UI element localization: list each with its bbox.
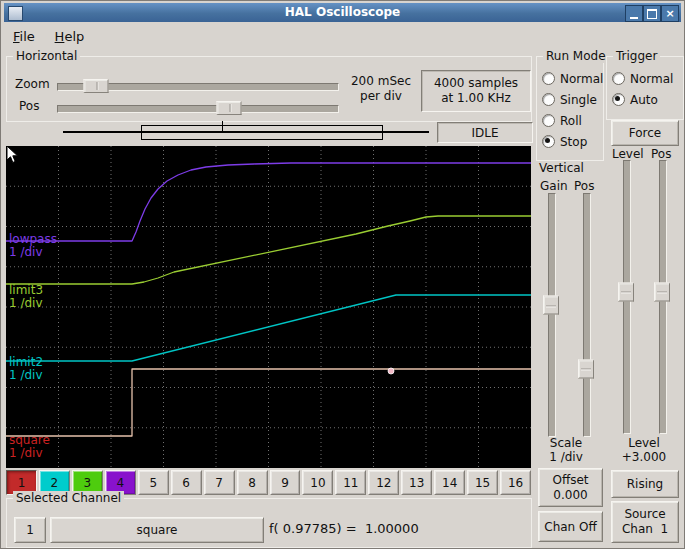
samples-rate: at 1.00 KHz [441, 91, 511, 106]
radio-option-label: Auto [630, 93, 658, 107]
samples-info-box[interactable]: 4000 samples at 1.00 KHz [421, 70, 531, 112]
selected-channel-group: Selected Channel 1 square f( 0.97785) = … [6, 498, 532, 548]
timescale-value: 200 mSec [343, 74, 419, 89]
maximize-icon [647, 9, 657, 19]
mouse-cursor [6, 146, 19, 164]
radio-option-roll[interactable]: Roll [537, 110, 603, 131]
trigger-pos-slider-handle[interactable] [654, 282, 670, 301]
trigger-group-label: Trigger [613, 49, 660, 63]
scale-caption: Scale [534, 436, 598, 450]
trigger-options: NormalAuto [607, 68, 683, 110]
titlebar[interactable]: HAL Oscilloscope × [4, 3, 681, 22]
channel-button-6[interactable]: 6 [171, 470, 202, 495]
trigger-pos-slider[interactable] [655, 160, 669, 434]
radio-option-label: Stop [560, 135, 587, 149]
trigger-level-readout: Level +3.000 [607, 436, 681, 464]
channel-button-13[interactable]: 13 [401, 470, 432, 495]
scope-display[interactable]: lowpass1 /divlimit31 /divlimit21 /divsqu… [6, 146, 531, 468]
selected-channel-name-button[interactable]: square [50, 517, 264, 543]
record-window-box[interactable] [141, 125, 383, 140]
trigger-source-value: Chan 1 [622, 522, 668, 537]
horizontal-group-label: Horizontal [13, 49, 80, 63]
vertical-pos-slider-handle[interactable] [578, 359, 594, 378]
channel-button-7[interactable]: 7 [204, 470, 235, 495]
radio-option-auto[interactable]: Auto [607, 89, 683, 110]
window-title: HAL Oscilloscope [4, 5, 681, 19]
channel-button-15[interactable]: 15 [467, 470, 498, 495]
channel-button-10[interactable]: 10 [302, 470, 333, 495]
timescale-unit: per div [343, 89, 419, 104]
record-position-tick [222, 121, 223, 132]
radio-icon[interactable] [542, 93, 555, 106]
pos-label: Pos [19, 99, 39, 113]
channel-button-16[interactable]: 16 [500, 470, 531, 495]
trace-label-limit2: limit21 /div [9, 356, 43, 382]
trace-label-lowpass: lowpass1 /div [9, 233, 57, 259]
selected-channel-number-button[interactable]: 1 [14, 517, 46, 543]
radio-icon[interactable] [542, 135, 555, 148]
radio-icon[interactable] [542, 114, 555, 127]
menu-help[interactable]: Help [47, 25, 93, 48]
vertical-pos-slider[interactable] [579, 193, 593, 437]
samples-count: 4000 samples [434, 76, 518, 91]
trigger-level-slider-handle[interactable] [618, 282, 634, 301]
trigger-level-caption: Level [607, 436, 681, 450]
run-mode-group: Run Mode NormalSingleRollStop [536, 56, 604, 161]
channel-button-5[interactable]: 5 [138, 470, 169, 495]
run-mode-label: Run Mode [543, 49, 609, 63]
pos-slider[interactable] [57, 102, 339, 114]
trigger-pos-label: Pos [651, 147, 671, 161]
trace-label-limit3: limit31 /div [9, 284, 43, 310]
offset-value: 0.000 [553, 488, 587, 503]
radio-icon[interactable] [612, 93, 625, 106]
channel-button-8[interactable]: 8 [237, 470, 268, 495]
channel-button-11[interactable]: 11 [335, 470, 366, 495]
trigger-level-label: Level [612, 147, 644, 161]
trigger-source-button[interactable]: Source Chan 1 [611, 501, 679, 543]
trigger-group: Trigger NormalAuto [606, 56, 684, 120]
trigger-level-slider[interactable] [619, 160, 633, 434]
horizontal-group: Horizontal Zoom Pos 200 mSec per div 400… [6, 56, 532, 122]
scale-readout: Scale 1 /div [534, 436, 598, 464]
radio-option-label: Single [560, 93, 597, 107]
channel-button-9[interactable]: 9 [270, 470, 301, 495]
zoom-slider-handle[interactable] [84, 79, 109, 93]
force-button[interactable]: Force [611, 120, 679, 146]
pos-slider-handle[interactable] [217, 101, 242, 115]
radio-option-normal[interactable]: Normal [537, 68, 603, 89]
channel-button-12[interactable]: 12 [368, 470, 399, 495]
trigger-edge-button[interactable]: Rising [611, 470, 679, 498]
radio-option-label: Normal [560, 72, 603, 86]
menu-file[interactable]: File [5, 25, 43, 48]
status-box: IDLE [437, 122, 533, 143]
vertical-pos-label: Pos [574, 179, 594, 193]
maximize-button[interactable] [643, 5, 661, 22]
gain-slider-trough[interactable] [548, 193, 556, 437]
function-readout: f( 0.97785) = 1.00000 [269, 521, 419, 536]
radio-option-label: Normal [630, 72, 673, 86]
menubar: File Help [5, 25, 680, 49]
pos-slider-trough[interactable] [57, 105, 339, 113]
gain-slider[interactable] [544, 193, 558, 437]
timescale-readout: 200 mSec per div [343, 74, 419, 104]
radio-option-normal[interactable]: Normal [607, 68, 683, 89]
channel-button-14[interactable]: 14 [434, 470, 465, 495]
radio-icon[interactable] [542, 72, 555, 85]
radio-icon[interactable] [612, 72, 625, 85]
offset-button[interactable]: Offset 0.000 [538, 468, 603, 507]
trigger-level-value: +3.000 [607, 450, 681, 464]
vertical-section-label: Vertical [539, 161, 584, 175]
gain-slider-handle[interactable] [543, 296, 559, 315]
minimize-button[interactable] [625, 5, 643, 22]
gain-label: Gain [540, 179, 568, 193]
scope-labels: lowpass1 /divlimit31 /divlimit21 /divsqu… [6, 146, 531, 468]
chan-off-button[interactable]: Chan Off [538, 511, 603, 542]
run-mode-options: NormalSingleRollStop [537, 68, 603, 152]
zoom-slider[interactable] [57, 80, 339, 92]
radio-option-single[interactable]: Single [537, 89, 603, 110]
close-button[interactable]: × [661, 5, 679, 22]
app-window: HAL Oscilloscope × File Help Horizontal … [0, 0, 685, 549]
zoom-label: Zoom [15, 77, 50, 91]
vertical-pos-slider-trough[interactable] [583, 193, 591, 437]
radio-option-stop[interactable]: Stop [537, 131, 603, 152]
